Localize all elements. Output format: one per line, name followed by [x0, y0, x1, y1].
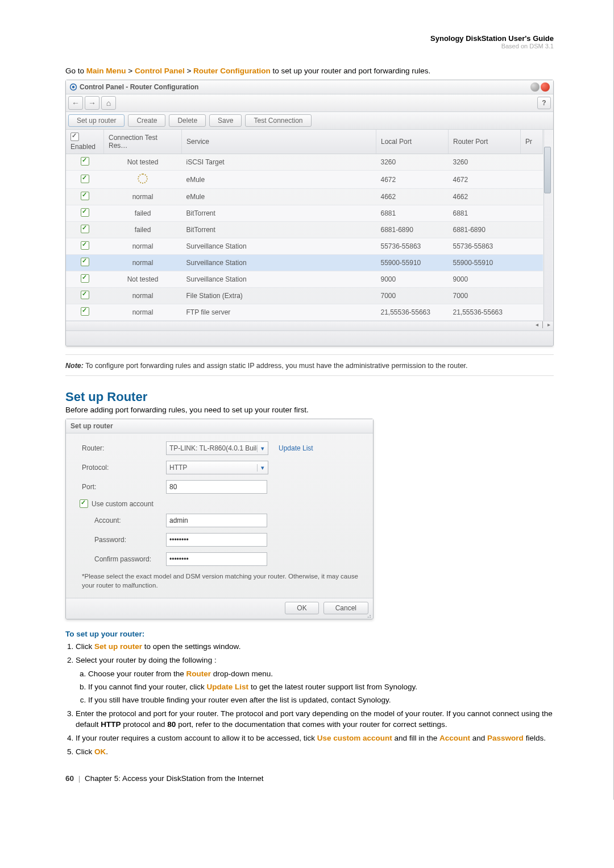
forward-button[interactable]: → — [85, 96, 99, 110]
dsm-titlebar: ⦿ Control Panel - Router Configuration — [66, 80, 553, 94]
setup-router-button[interactable]: Set up router — [68, 114, 125, 127]
cell-protocol — [521, 171, 543, 189]
note-label: Note: — [65, 362, 84, 370]
cell-router-port: 55900-55910 — [449, 255, 521, 271]
chevron-down-icon[interactable]: ▾ — [257, 464, 268, 472]
update-list-link[interactable]: Update List — [279, 444, 313, 452]
cell-protocol — [521, 271, 543, 288]
col-enabled: Enabled — [70, 143, 96, 151]
create-button[interactable]: Create — [128, 114, 165, 127]
note-block: Note: To configure port forwarding rules… — [65, 362, 554, 370]
delete-button[interactable]: Delete — [169, 114, 206, 127]
intro-text: Go to Main Menu > Control Panel > Router… — [65, 67, 554, 75]
dialog-note: *Please select the exact model and DSM v… — [82, 572, 360, 590]
protocol-select[interactable]: HTTP ▾ — [166, 461, 268, 474]
table-row[interactable]: normalFile Station (Extra)70007000 — [66, 288, 543, 304]
password-input[interactable] — [166, 533, 267, 547]
instructions-list: Click Set up router to open the settings… — [65, 642, 554, 757]
cell-local-port: 55736-55863 — [376, 238, 449, 255]
save-button[interactable]: Save — [209, 114, 242, 127]
row-checkbox[interactable] — [81, 258, 89, 266]
list-item: If you still have trouble finding your r… — [88, 695, 554, 705]
cell-router-port: 9000 — [449, 271, 521, 288]
cell-service: BitTorrent — [182, 205, 376, 222]
list-item: Click OK. — [76, 747, 554, 757]
table-row[interactable]: normalSurveillance Station55900-55910559… — [66, 255, 543, 271]
minimize-icon[interactable] — [530, 82, 540, 92]
cell-service: Surveillance Station — [182, 255, 376, 271]
row-checkbox[interactable] — [81, 307, 89, 316]
divider — [65, 354, 554, 355]
account-input[interactable] — [166, 514, 267, 527]
breadcrumb-control-panel: Control Panel — [135, 67, 185, 75]
cell-connection: normal — [104, 304, 182, 321]
use-custom-account-label: Use custom account — [92, 500, 154, 508]
row-checkbox[interactable] — [81, 175, 89, 183]
table-row[interactable]: eMule46724672 — [66, 171, 543, 189]
help-button[interactable]: ? — [537, 97, 551, 109]
port-input[interactable] — [166, 480, 267, 494]
ok-button[interactable]: OK — [285, 602, 318, 614]
col-local-port: Local Port — [376, 130, 449, 154]
table-row[interactable]: Not testediSCSI Target32603260 — [66, 154, 543, 171]
cell-local-port: 21,55536-55663 — [376, 304, 449, 321]
back-button[interactable]: ← — [68, 96, 83, 110]
table-row[interactable]: normalSurveillance Station55736-55863557… — [66, 238, 543, 255]
footer-separator: | — [78, 774, 81, 783]
cell-service: eMule — [182, 171, 376, 189]
window-title: Control Panel - Router Configuration — [80, 83, 198, 91]
cell-connection: normal — [104, 255, 182, 271]
use-custom-account-checkbox[interactable] — [80, 499, 88, 508]
rules-table: Enabled Connection Test Res… Service Loc… — [66, 130, 543, 321]
col-protocol: Pr — [521, 130, 543, 154]
select-all-checkbox[interactable] — [70, 133, 79, 141]
row-checkbox[interactable] — [81, 225, 89, 233]
test-connection-button[interactable]: Test Connection — [245, 114, 311, 127]
row-checkbox[interactable] — [81, 274, 89, 283]
table-row[interactable]: Not testedSurveillance Station90009000 — [66, 271, 543, 288]
table-row[interactable]: failedBitTorrent68816881 — [66, 205, 543, 222]
close-icon[interactable] — [541, 82, 550, 92]
row-checkbox[interactable] — [81, 192, 89, 200]
list-item: Choose your router from the Router drop-… — [88, 669, 554, 679]
confirm-password-input[interactable] — [166, 552, 267, 566]
vertical-scrollbar[interactable] — [544, 130, 552, 321]
router-select-value: TP-LINK: TL-R860(4.0.1 Build — [167, 444, 257, 453]
cell-protocol — [521, 304, 543, 321]
cell-router-port: 4672 — [449, 171, 521, 189]
instructions-heading: To set up your router: — [65, 630, 554, 638]
chevron-down-icon[interactable]: ▾ — [257, 445, 268, 452]
row-checkbox[interactable] — [81, 208, 89, 217]
protocol-select-value: HTTP — [167, 463, 257, 472]
scrollbar-thumb[interactable] — [544, 147, 551, 193]
note-text: To configure port forwarding rules and a… — [84, 362, 468, 370]
cell-router-port: 6881-6890 — [449, 222, 521, 238]
table-row[interactable]: normalFTP file server21,55536-5566321,55… — [66, 304, 543, 321]
home-button[interactable]: ⌂ — [101, 96, 116, 110]
cell-protocol — [521, 222, 543, 238]
row-checkbox[interactable] — [81, 291, 89, 299]
password-label: Password: — [94, 536, 166, 544]
row-checkbox[interactable] — [81, 157, 89, 166]
protocol-label: Protocol: — [82, 464, 166, 472]
cell-protocol — [521, 238, 543, 255]
breadcrumb-main-menu: Main Menu — [86, 67, 126, 75]
cell-router-port: 55736-55863 — [449, 238, 521, 255]
horizontal-scrollbar[interactable]: ◂ │ ▸ — [66, 321, 553, 330]
breadcrumb-router-config: Router Configuration — [193, 67, 271, 75]
list-item: Click Set up router to open the settings… — [76, 642, 554, 652]
table-row[interactable]: failedBitTorrent6881-68906881-6890 — [66, 222, 543, 238]
list-item: If your router requires a custom account… — [76, 733, 554, 743]
col-router-port: Router Port — [449, 130, 521, 154]
table-row[interactable]: normaleMule46624662 — [66, 189, 543, 205]
row-checkbox[interactable] — [81, 241, 89, 250]
router-select[interactable]: TP-LINK: TL-R860(4.0.1 Build ▾ — [166, 441, 268, 455]
divider — [65, 375, 554, 376]
cell-protocol — [521, 288, 543, 304]
doc-header-title: Synology DiskStation User's Guide — [65, 34, 554, 43]
cell-local-port: 3260 — [376, 154, 449, 171]
cell-connection: normal — [104, 238, 182, 255]
cell-protocol — [521, 189, 543, 205]
cell-local-port: 4662 — [376, 189, 449, 205]
cancel-button[interactable]: Cancel — [323, 602, 368, 614]
